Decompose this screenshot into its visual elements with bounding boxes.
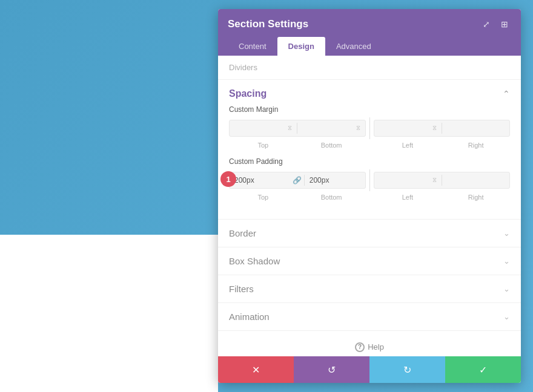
animation-chevron-icon: ⌄ — [503, 312, 510, 321]
border-title: Border — [229, 228, 256, 238]
tab-bar: Content Design Advanced — [228, 37, 511, 56]
margin-bottom-sublabel: Bottom — [297, 142, 366, 149]
margin-right-input[interactable] — [447, 124, 505, 132]
box-shadow-chevron-icon: ⌄ — [503, 256, 510, 266]
margin-section-divider — [369, 117, 370, 139]
spacing-collapse-icon[interactable]: ⌃ — [503, 89, 510, 99]
padding-section-divider — [369, 169, 370, 191]
help-link[interactable]: ? Help — [355, 342, 384, 352]
margin-top-icon: ⧖ — [288, 125, 292, 132]
padding-left-sublabel: Left — [374, 194, 442, 201]
margin-left-right: ⧖ — [374, 120, 511, 137]
padding-link-icon[interactable]: 🔗 — [290, 172, 304, 188]
save-button[interactable]: ✓ — [445, 356, 521, 383]
padding-right-input[interactable] — [447, 176, 505, 185]
spacing-title: Spacing — [229, 88, 266, 99]
padding-top-input[interactable] — [234, 176, 285, 185]
padding-left-field: ⧖ — [374, 172, 442, 188]
padding-badge: 1 — [220, 171, 236, 187]
filters-title: Filters — [229, 284, 254, 294]
custom-margin-group: Custom Margin ⧖ ⧖ — [229, 105, 510, 149]
panel-body: Dividers Spacing ⌃ Custom Margin ⧖ — [218, 56, 521, 356]
padding-top-bottom: 🔗 — [229, 172, 366, 189]
padding-bottom-sublabel: Bottom — [297, 194, 366, 201]
spacing-section: Spacing ⌃ Custom Margin ⧖ — [218, 80, 521, 219]
panel-header-top: Section Settings ⤢ ⊞ — [228, 18, 511, 31]
margin-right-field — [442, 120, 509, 136]
header-icons: ⤢ ⊞ — [480, 18, 511, 31]
spacing-title-row: Spacing ⌃ — [229, 80, 510, 105]
help-label: Help — [368, 342, 384, 351]
panel-title: Section Settings — [228, 18, 308, 30]
padding-bottom-field — [305, 172, 365, 188]
custom-padding-label: Custom Padding — [229, 157, 510, 166]
resize-icon[interactable]: ⤢ — [480, 18, 493, 31]
padding-right-sublabel: Right — [442, 194, 510, 201]
custom-padding-inputs: 🔗 ⧖ — [229, 169, 510, 191]
custom-margin-inputs: ⧖ ⧖ ⧖ — [229, 117, 510, 139]
layout-icon[interactable]: ⊞ — [498, 18, 511, 31]
margin-bottom-icon: ⧖ — [356, 125, 360, 132]
margin-top-bottom: ⧖ ⧖ — [229, 120, 366, 137]
filters-section[interactable]: Filters ⌄ — [218, 275, 521, 302]
padding-bottom-input[interactable] — [310, 176, 360, 185]
margin-right-sublabel: Right — [442, 142, 510, 149]
margin-left-field: ⧖ — [374, 120, 442, 136]
box-shadow-title: Box Shadow — [229, 256, 280, 266]
dividers-label: Dividers — [229, 63, 257, 72]
padding-left-right: ⧖ — [374, 172, 511, 189]
margin-bottom-input[interactable] — [302, 124, 354, 132]
padding-left-input[interactable] — [379, 176, 431, 185]
custom-padding-group: 1 Custom Padding 🔗 — [229, 157, 510, 201]
panel-footer: ✕ ↺ ↻ ✓ — [218, 356, 521, 383]
help-section: ? Help — [218, 330, 521, 356]
help-icon: ? — [355, 342, 365, 352]
padding-sub-labels: Top Bottom Left Right — [229, 194, 510, 201]
tab-advanced[interactable]: Advanced — [325, 37, 382, 56]
box-shadow-section[interactable]: Box Shadow ⌄ — [218, 247, 521, 275]
section-settings-panel: Section Settings ⤢ ⊞ Content Design Adva… — [218, 9, 521, 383]
margin-top-input[interactable] — [234, 124, 286, 132]
animation-title: Animation — [229, 312, 270, 322]
margin-top-sublabel: Top — [229, 142, 297, 149]
filters-chevron-icon: ⌄ — [503, 284, 510, 293]
animation-section[interactable]: Animation ⌄ — [218, 302, 521, 330]
custom-margin-label: Custom Margin — [229, 105, 510, 114]
margin-bottom-field: ⧖ — [297, 120, 365, 136]
tab-design[interactable]: Design — [277, 37, 325, 56]
panel-header: Section Settings ⤢ ⊞ Content Design Adva… — [218, 9, 521, 56]
tab-content[interactable]: Content — [228, 37, 277, 56]
cancel-button[interactable]: ✕ — [218, 356, 294, 383]
padding-right-field — [442, 172, 509, 188]
margin-left-sublabel: Left — [374, 142, 442, 149]
canvas-white-area — [0, 235, 218, 392]
dividers-section-header: Dividers — [218, 56, 521, 80]
margin-left-input[interactable] — [379, 124, 431, 132]
margin-top-field: ⧖ — [230, 120, 297, 136]
padding-top-field — [230, 172, 290, 188]
margin-left-icon: ⧖ — [432, 125, 437, 132]
margin-sub-labels: Top Bottom Left Right — [229, 142, 510, 149]
padding-left-icon: ⧖ — [432, 177, 437, 184]
border-section[interactable]: Border ⌄ — [218, 219, 521, 247]
border-chevron-icon: ⌄ — [503, 229, 510, 238]
reset-button[interactable]: ↺ — [294, 356, 369, 383]
redo-button[interactable]: ↻ — [369, 356, 445, 383]
padding-top-sublabel: Top — [229, 194, 297, 201]
